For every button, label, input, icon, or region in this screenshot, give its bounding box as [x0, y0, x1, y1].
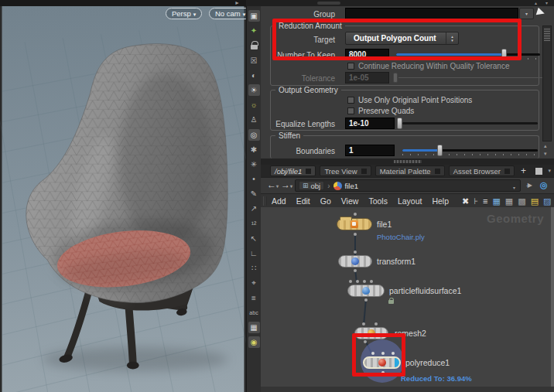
node-input-dot[interactable] — [381, 352, 385, 355]
forward-button[interactable]: →▾ — [281, 179, 292, 190]
group-dropdown-button[interactable]: ▾ — [519, 8, 534, 19]
tab-asset-browser[interactable]: Asset Browser — [449, 165, 515, 176]
persp-view-dropdown[interactable]: Persp▾ — [166, 8, 202, 19]
stow-down-icon[interactable]: ▾ — [545, 0, 548, 6]
tolerance-slider-handle[interactable] — [393, 73, 398, 83]
camera-dropdown[interactable]: No cam▾ — [209, 8, 246, 19]
point-icon[interactable]: • — [248, 173, 260, 185]
continue-reducing-checkbox[interactable] — [347, 63, 354, 70]
panel-stowbar[interactable]: ▴ ▾ — [246, 0, 554, 6]
scroll-down-icon[interactable]: ▾ — [544, 151, 547, 157]
node-input-dot[interactable] — [370, 280, 373, 283]
breadcrumb-file1[interactable]: file1 — [345, 182, 358, 190]
node-input-dot[interactable] — [374, 322, 378, 326]
points-grid-icon[interactable]: ∷ — [248, 262, 260, 274]
node-output-dot[interactable] — [364, 340, 367, 343]
hscroll-thumb[interactable] — [394, 160, 422, 163]
tab-menu-box[interactable] — [504, 169, 510, 174]
node-transform1[interactable] — [338, 255, 372, 268]
target-dropdown[interactable]: Output Polygon Count ▴▾ — [345, 32, 459, 45]
node-output-dot[interactable] — [381, 371, 385, 374]
menu-layout[interactable]: Layout — [398, 196, 422, 206]
lamp-icon[interactable]: ☼ — [248, 99, 260, 111]
parameter-scrollbar[interactable] — [542, 26, 552, 141]
select-contained-icon[interactable]: ✳ — [248, 159, 260, 170]
tree-icon[interactable]: ⊦ — [474, 195, 478, 207]
horizontal-scrollbar[interactable] — [261, 159, 554, 165]
use-original-points-checkbox[interactable] — [347, 97, 354, 104]
number-to-keep-input[interactable]: 8000 — [345, 49, 389, 60]
shaded-mode-icon[interactable]: ◐ — [248, 70, 260, 81]
location-pin-icon[interactable]: ◉ — [248, 336, 260, 348]
pane-maximize-icon[interactable] — [535, 168, 542, 175]
tab-menu-box[interactable] — [306, 169, 311, 174]
axis-target-icon[interactable]: ⌖ — [248, 277, 260, 288]
tools-icon[interactable]: ✖ — [462, 195, 469, 207]
stow-arrow-icon[interactable]: ► — [234, 0, 240, 6]
node-particlefluidsurface1[interactable] — [347, 285, 385, 297]
display-flag[interactable] — [395, 358, 399, 367]
tab-obj-file1[interactable]: /obj/file1 — [270, 165, 316, 176]
menu-tools[interactable]: Tools — [368, 196, 388, 206]
select-arrow-icon[interactable] — [536, 8, 546, 18]
abc-icon[interactable]: abc — [248, 307, 260, 319]
network-scrollbar[interactable] — [551, 207, 554, 387]
corner-ruler-icon[interactable]: ∟ — [248, 247, 260, 259]
node-input-dot[interactable] — [354, 213, 357, 216]
menubar-grip[interactable] — [263, 196, 266, 206]
list-icon[interactable]: ≡ — [483, 195, 487, 207]
menu-view[interactable]: View — [341, 196, 359, 206]
path-dropdown-icon[interactable]: ▾ — [513, 185, 515, 190]
equalize-slider-handle[interactable] — [397, 118, 402, 129]
character-icon[interactable]: ♙ — [248, 114, 260, 125]
scrollbar-thumb[interactable] — [544, 29, 550, 41]
ghost-light-icon[interactable]: ☒ — [248, 55, 260, 66]
superscript-12-icon[interactable]: ¹² — [248, 218, 260, 230]
stepper-icon[interactable]: ▴▾ — [446, 32, 458, 44]
node-output-dot[interactable] — [364, 298, 368, 302]
note-icon[interactable]: ▤ — [531, 195, 539, 207]
node-output-dot[interactable] — [354, 233, 357, 236]
keep-slider-handle[interactable] — [501, 49, 507, 60]
preserve-quads-checkbox[interactable] — [347, 107, 354, 114]
tab-tree-view[interactable]: Tree View — [320, 165, 371, 176]
boundaries-input[interactable]: 1 — [345, 145, 395, 156]
grid-icon[interactable]: ▦ — [505, 195, 513, 207]
network-editor[interactable]: Geometry file1 PhotoChair.ply transform1 — [261, 207, 554, 392]
node-file1[interactable] — [337, 218, 372, 230]
camera-icon[interactable]: ◎ — [248, 129, 260, 141]
tab-material-palette[interactable]: Material Palette — [375, 165, 445, 176]
brush-icon[interactable]: ✎ — [248, 188, 260, 199]
menu-go[interactable]: Go — [320, 196, 331, 206]
select-visible-icon[interactable]: ✱ — [248, 144, 260, 155]
menu-add[interactable]: Add — [272, 196, 286, 206]
node-input-dot[interactable] — [371, 352, 374, 355]
equalize-slider-track[interactable] — [402, 122, 538, 124]
select-objects-icon[interactable]: ✦ — [248, 25, 260, 36]
node-input-dot[interactable] — [356, 280, 359, 283]
new-tab-button[interactable]: + — [521, 165, 526, 176]
pin-icon[interactable]: -▶ — [526, 182, 532, 189]
follow-network-icon[interactable]: ◎ — [540, 180, 548, 190]
image-plane-icon[interactable]: ▦ — [248, 322, 260, 333]
group-input[interactable] — [345, 8, 518, 19]
pen-icon[interactable]: ↗ — [248, 203, 260, 214]
scroll-up-icon[interactable]: ▴ — [544, 143, 547, 149]
node-input-dot[interactable] — [363, 280, 366, 283]
equalize-lengths-input[interactable]: 1e-10 — [345, 118, 395, 129]
path-field[interactable]: ⊞ obj › file1 ▾ — [295, 179, 521, 192]
tab-menu-box[interactable] — [361, 169, 367, 174]
breadcrumb-obj[interactable]: ⊞ obj — [299, 181, 324, 190]
pane-menu-icon[interactable]: ▾ — [548, 168, 551, 174]
stowbar-grip[interactable] — [317, 2, 340, 5]
viewport-stowbar[interactable]: ► — [0, 0, 246, 6]
lock-icon[interactable] — [248, 39, 260, 51]
tolerance-input[interactable]: 1e-05 — [345, 72, 389, 84]
arrow-nw-icon[interactable]: ↖ — [248, 233, 260, 244]
node-input-dot[interactable] — [362, 322, 365, 326]
boundaries-slider-handle[interactable] — [437, 145, 443, 156]
tab-menu-box[interactable] — [435, 169, 440, 174]
palette-grid-icon[interactable]: ▦ — [492, 195, 500, 207]
back-button[interactable]: ←▾ — [267, 179, 279, 190]
view-tool-icon[interactable]: ▣ — [248, 10, 260, 22]
